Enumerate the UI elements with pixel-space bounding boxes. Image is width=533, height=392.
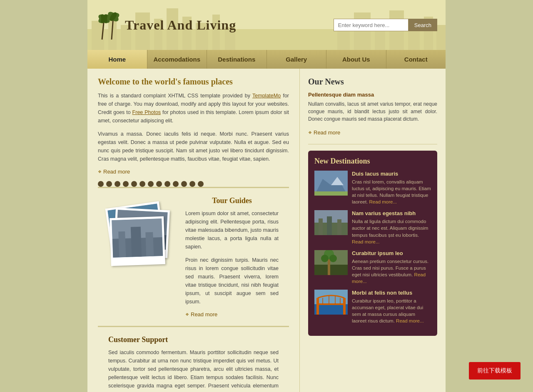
news-headline: Pellentesque diam massa [308,92,437,98]
search-area: Search [334,19,437,31]
dot-7 [148,181,154,187]
svg-rect-60 [314,304,348,315]
dest-title-4: Morbi at felis non tellus [352,290,431,296]
svg-rect-42 [131,227,142,257]
logo-area: Travel And Living [96,6,236,44]
our-news-title: Our News [308,77,437,87]
decorative-dots [98,181,289,187]
main-content: Welcome to the world's famous places Thi… [87,69,446,392]
dest-title-2: Nam varius egestas nibh [352,210,431,216]
customer-support-title: Customer Support [108,335,279,344]
welcome-read-more[interactable]: Read more [98,169,130,175]
dest-readmore-4[interactable]: Read more... [396,318,423,323]
dest-content-3: Curabitur ipsum leo Aenean pretium conse… [352,250,431,285]
nav-home[interactable]: Home [87,50,147,69]
palm-icon [96,6,121,44]
tour-guides-title: Tour Guides [185,196,279,205]
dest-title-3: Curabitur ipsum leo [352,250,431,256]
new-destinations-title: New Destinations [314,157,431,166]
dot-2 [106,181,112,187]
dot-3 [115,181,120,187]
nav-bar: Home Accomodations Destinations Gallery … [87,50,446,69]
welcome-para1: This is a standard complaint XHTML CSS t… [98,92,289,125]
new-destinations-section: New Destinations Duis lacus mauris Cra [308,151,437,336]
nav-about-us[interactable]: About Us [326,50,386,69]
welcome-para2: Vivamus a massa. Donec iaculis felis id … [98,130,289,163]
dest-readmore-2[interactable]: Read more... [352,239,379,244]
site-title: Travel And Living [125,17,236,33]
search-input[interactable] [334,19,408,31]
svg-rect-62 [343,298,346,315]
dest-content-2: Nam varius egestas nibh Nulla at ligula … [352,210,431,245]
destination-item-3: Curabitur ipsum leo Aenean pretium conse… [314,250,431,285]
left-column: Welcome to the world's famous places Thi… [87,69,300,392]
nav-destinations[interactable]: Destinations [207,50,267,69]
tour-guides-photos [108,196,179,280]
svg-rect-41 [118,231,126,258]
dot-11 [181,181,187,187]
search-button[interactable]: Search [408,19,437,31]
dest-img-2 [314,210,348,235]
dot-9 [164,181,170,187]
svg-rect-46 [314,191,348,196]
dest-text-2: Nulla at ligula dictum dui commodo aucto… [352,218,431,245]
dest-img-1 [314,171,348,196]
customer-support-para: Sed iaculis commodo fermentum. Mauris po… [108,348,279,392]
dot-5 [131,181,137,187]
dest-content-1: Duis lacus mauris Cras nisl lorem, conva… [352,171,431,205]
our-news-section: Our News Pellentesque diam massa Nullam … [308,77,437,144]
news-read-more[interactable]: Read more [308,129,340,136]
svg-point-57 [321,255,329,262]
welcome-title: Welcome to the world's famous places [98,77,289,87]
tour-guides-read-more[interactable]: Read more [185,311,217,318]
dot-10 [173,181,179,187]
destination-item-2: Nam varius egestas nibh Nulla at ligula … [314,210,431,245]
dot-12 [189,181,195,187]
dot-13 [198,181,204,187]
templatemo-link[interactable]: TemplateMo [252,93,281,99]
dest-img-3 [314,250,348,275]
photo-frame-3 [110,216,165,266]
dest-title-1: Duis lacus mauris [352,171,431,177]
free-photos-link[interactable]: Free Photos [132,109,161,115]
nav-contact[interactable]: Contact [386,50,446,69]
dot-4 [123,181,129,187]
tour-guides-content: Tour Guides Lorem ipsum dolor sit amet, … [185,196,279,318]
tour-guides-section: Tour Guides Lorem ipsum dolor sit amet, … [98,187,289,326]
tour-guides-para1: Lorem ipsum dolor sit amet, consectetur … [185,209,279,251]
welcome-section: Welcome to the world's famous places Thi… [98,77,289,175]
tour-guides-para2: Proin nec dignissim turpis. Mauris nec r… [185,256,279,306]
svg-rect-54 [314,265,348,275]
dot-6 [139,181,145,187]
svg-rect-52 [337,219,341,235]
svg-rect-61 [316,298,319,315]
customer-support-section: Customer Support Sed iaculis commodo fer… [98,326,289,392]
dest-text-3: Aenean pretium consectetur cursus. Cras … [352,258,431,285]
download-button[interactable]: 前往下载模板 [469,362,521,380]
destination-item-1: Duis lacus mauris Cras nisl lorem, conva… [314,171,431,205]
destination-item-4: Morbi at felis non tellus Curabitur ipsu… [314,290,431,324]
right-column: Our News Pellentesque diam massa Nullam … [300,69,446,392]
dot-1 [98,181,104,187]
svg-rect-50 [319,218,323,235]
svg-rect-43 [145,232,154,257]
dest-text-1: Cras nisl lorem, convallis aliquam luctu… [352,179,431,205]
dest-img-4 [314,290,348,315]
svg-rect-51 [327,216,332,235]
nav-gallery[interactable]: Gallery [267,50,327,69]
dot-8 [156,181,162,187]
news-text: Nullam convallis, lacus sit amet varius … [308,100,437,123]
dest-readmore-1[interactable]: Read more... [369,199,397,204]
nav-accomodations[interactable]: Accomodations [147,50,207,69]
svg-point-58 [329,255,337,262]
dest-text-4: Curabitur ipsum leo, porttitor a accumsa… [352,298,431,324]
dest-content-4: Morbi at felis non tellus Curabitur ipsu… [352,290,431,324]
